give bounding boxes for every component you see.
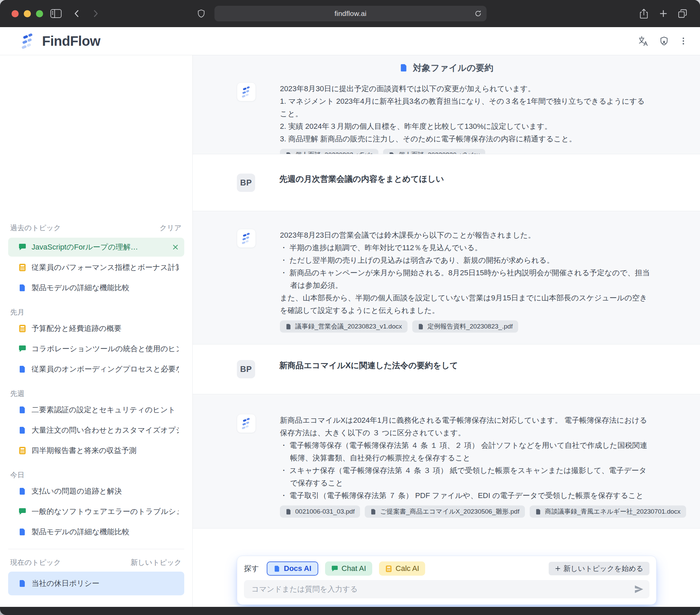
doc-icon (18, 579, 26, 588)
share-icon[interactable] (639, 9, 648, 19)
message-bullet: ・ 電子帳簿等保存（電子帳簿保存法第 ４ 条 １ 項、２ 項） 会計ソフトなどを… (280, 439, 651, 464)
message-line: 1. マネジメント 2023年4月に新卒社員3名の教育担当になり、その３名を1年… (280, 95, 651, 120)
reload-icon[interactable] (474, 10, 482, 18)
composer-section: 探す Docs AI Chat AI Calc AI (193, 528, 700, 607)
sidebar-item[interactable]: 製品モデルの詳細な機能比較 (8, 278, 184, 297)
current-topic-header: 現在のトピック 新しいトピック (0, 549, 192, 568)
sidebar: 過去のトピック クリア JavaScriptのForループの理解… 従業員のパフ… (0, 55, 193, 607)
calc-icon (18, 447, 26, 454)
assistant-message-section: 対象ファイルの要約 2023年8月30日に提出予定の面談資料では以下の変更が加え… (193, 55, 700, 154)
chat-icon (331, 565, 338, 572)
doc-icon (18, 365, 26, 373)
section-last-week: 先週 (0, 388, 192, 399)
sidebar-item-label: 四半期報告書と将来の収益予測 (32, 446, 179, 456)
file-chip-label: ご提案書_商品エコマイルX_20230506_雛形.pdf (380, 507, 519, 516)
sidebar-item-label: 製品モデルの詳細な機能比較 (32, 527, 179, 537)
user-message-text: 新商品エコマイルXに関連した法令の要約をして (279, 360, 458, 371)
sidebar-item-label: 二要素認証の設定とセキュリティのヒント (32, 405, 179, 415)
sidebar-toggle-icon[interactable] (50, 9, 62, 18)
chat-main: 対象ファイルの要約 2023年8月30日に提出予定の面談資料では以下の変更が加え… (193, 55, 700, 607)
findflow-logo-icon (19, 32, 37, 50)
assistant-message: 新商品エコマイルXは2024年1月に義務化される電子帳簿保存法に対応しています。… (193, 414, 700, 518)
file-chip[interactable]: ご提案書_商品エコマイルX_20230506_雛形.pdf (365, 505, 525, 518)
close-icon[interactable] (172, 244, 179, 251)
sidebar-item-label: 当社の休日ポリシー (32, 578, 179, 589)
docs-ai-button[interactable]: Docs AI (267, 561, 318, 576)
tab-overview-icon[interactable] (678, 9, 687, 18)
sidebar-item-label: 大量注文の問い合わせとカスタマイズオプシ... (32, 425, 179, 435)
message-bullet: ・ 半期の進捗は順調で、昨年対比で112％を見込んでいる。 (280, 241, 651, 254)
assistant-avatar (237, 229, 256, 248)
user-avatar: BP (237, 360, 255, 379)
back-icon[interactable] (73, 9, 82, 18)
assistant-avatar (237, 414, 256, 433)
address-bar[interactable]: findflow.ai (214, 6, 487, 21)
past-topics-header: 過去のトピック クリア (0, 222, 192, 234)
new-topic-link[interactable]: 新しいトピック (130, 558, 182, 567)
file-chip[interactable]: 議事録_営業会議_20230823_v1.docx (280, 320, 408, 333)
sidebar-item[interactable]: 従業員のパフォーマンス指標とボーナス計算... (8, 258, 184, 277)
file-chip[interactable]: 0021006-031_03.pdf (280, 505, 360, 518)
doc-icon (18, 487, 26, 495)
assistant-message: 2023年8月23日の営業会議では鈴木課長から以下のことが報告されました。 ・ … (193, 229, 700, 333)
message-line: 2023年8月30日に提出予定の面談資料では以下の変更が加えられています。 (280, 82, 651, 95)
user-message-section: BP 先週の月次営業会議の内容をまとめてほしい (193, 154, 700, 211)
sidebar-item[interactable]: 予算配分と経費追跡の概要 (8, 319, 184, 338)
file-chip[interactable]: 個人面談_20230830_v3.xlsx (383, 149, 485, 154)
chat-icon (18, 345, 26, 353)
calc-icon (385, 565, 392, 572)
browser-window: findflow.ai FindFlow 過去のトピック クリア (0, 0, 700, 615)
file-chip[interactable]: 商談議事録_青風エネルギー社_20230701.docx (530, 505, 686, 518)
file-chip-label: 0021006-031_03.pdf (295, 508, 354, 515)
sidebar-item-selected[interactable]: JavaScriptのForループの理解… (8, 238, 184, 257)
zoom-window-button[interactable] (36, 10, 43, 17)
assistant-avatar (237, 82, 256, 101)
file-chip-label: 個人面談_20230830_v3.xlsx (398, 151, 480, 154)
chat-icon (18, 508, 26, 516)
forward-icon[interactable] (91, 9, 100, 18)
shield-icon[interactable] (197, 9, 205, 18)
current-topic-label: 現在のトピック (10, 558, 61, 567)
doc-icon (399, 63, 408, 72)
minimize-window-button[interactable] (24, 10, 31, 17)
close-window-button[interactable] (12, 10, 18, 17)
message-bullet: ・ 電子取引（電子帳簿保存法第 ７ 条） PDF ファイルや、EDI の電子デー… (280, 489, 651, 502)
chat-ai-button[interactable]: Chat AI (325, 561, 372, 576)
sidebar-item[interactable]: 大量注文の問い合わせとカスタマイズオプシ... (8, 421, 184, 440)
url-text: findflow.ai (335, 10, 366, 18)
kebab-menu-icon[interactable] (679, 37, 688, 46)
command-input[interactable] (244, 580, 649, 598)
doc-icon (18, 426, 26, 434)
new-tab-icon[interactable] (659, 9, 668, 18)
section-label: 先週 (10, 389, 24, 398)
traffic-lights (12, 10, 43, 17)
assistant-message: 2023年8月30日に提出予定の面談資料では以下の変更が加えられています。 1.… (193, 82, 700, 154)
user-message-text: 先週の月次営業会議の内容をまとめてほしい (279, 174, 444, 184)
user-message: BP 先週の月次営業会議の内容をまとめてほしい (193, 174, 700, 192)
send-icon[interactable] (634, 584, 644, 594)
sidebar-item[interactable]: 支払いの問題の追跡と解決 (8, 482, 184, 501)
plus-icon (555, 565, 561, 572)
translate-icon[interactable] (638, 36, 648, 46)
section-last-month: 先月 (0, 307, 192, 318)
section-label: 先月 (10, 307, 24, 317)
sidebar-item-label: JavaScriptのForループの理解… (32, 242, 168, 252)
sidebar-item-current[interactable]: 当社の休日ポリシー (8, 572, 184, 595)
sidebar-item[interactable]: コラボレーションツールの統合と使用のヒント (8, 339, 184, 358)
findflow-app: FindFlow 過去のトピック クリア JavaScriptのForループの理… (0, 27, 700, 607)
file-chip[interactable]: 定例報告資料_20230823_.pdf (412, 320, 518, 333)
sidebar-item[interactable]: 四半期報告書と将来の収益予測 (8, 441, 184, 460)
privacy-shield-icon[interactable] (659, 36, 669, 46)
sidebar-item[interactable]: 製品モデルの詳細な機能比較 (8, 523, 184, 541)
message-line: 2023年8月23日の営業会議では鈴木課長から以下のことが報告されました。 (280, 229, 651, 241)
clear-topics-button[interactable]: クリア (160, 223, 182, 233)
section-label: 今日 (10, 470, 24, 480)
doc-icon (18, 284, 26, 292)
sidebar-item[interactable]: 二要素認証の設定とセキュリティのヒント (8, 400, 184, 419)
sidebar-item[interactable]: 従業員のオンボーディングプロセスと必要な... (8, 360, 184, 379)
sidebar-item[interactable]: 一般的なソフトウェアエラーのトラブルシュ… (8, 502, 184, 521)
calc-icon (18, 324, 26, 333)
file-chip[interactable]: 個人面談_20220902_vF.xls (280, 149, 378, 154)
start-new-topic-button[interactable]: 新しいトピックを始める (549, 562, 649, 575)
calc-ai-button[interactable]: Calc AI (379, 561, 425, 576)
